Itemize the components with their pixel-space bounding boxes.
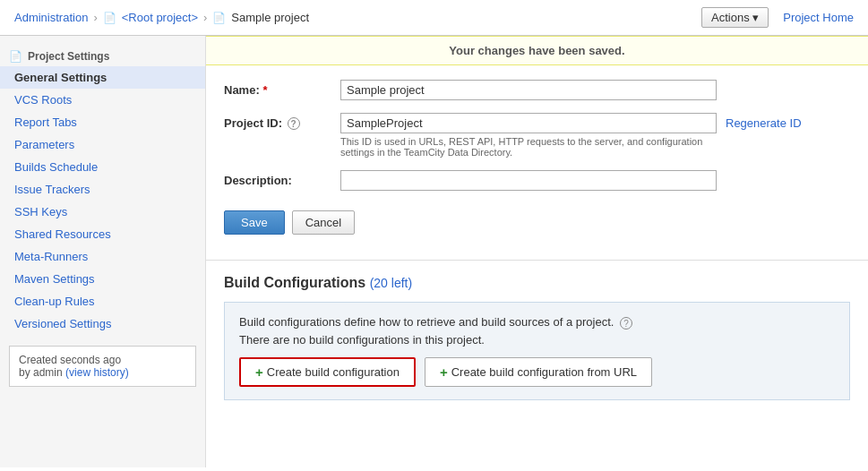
create-build-config-url-button[interactable]: + Create build configuration from URL (425, 357, 652, 387)
sidebar-by-admin: by admin (view history) (19, 366, 186, 379)
create-build-config-button[interactable]: + Create build configuration (239, 357, 416, 387)
build-configs-box: Build configurations define how to retri… (224, 302, 850, 400)
name-required: * (262, 83, 267, 97)
name-label: Name: * (224, 80, 340, 97)
build-configs-empty: There are no build configurations in thi… (239, 333, 835, 347)
form-area: Name: * Project ID: ? This ID is used in… (206, 65, 868, 256)
breadcrumb: Administration › 📄 <Root project> › 📄 Sa… (14, 11, 309, 24)
description-input[interactable] (340, 170, 717, 191)
sidebar-section-title: 📄 Project Settings (0, 45, 205, 66)
breadcrumb-admin[interactable]: Administration (14, 11, 88, 24)
build-configs-title: Build Configurations (20 left) (224, 275, 850, 291)
project-id-help-icon[interactable]: ? (288, 117, 300, 130)
cancel-button[interactable]: Cancel (292, 210, 355, 235)
description-row: Description: (224, 170, 850, 191)
build-config-buttons: + Create build configuration + Create bu… (239, 357, 835, 387)
sidebar: 📄 Project Settings General SettingsVCS R… (0, 36, 206, 467)
main-layout: 📄 Project Settings General SettingsVCS R… (0, 36, 868, 467)
regenerate-id-link[interactable]: Regenerate ID (726, 113, 802, 130)
breadcrumb-root-project[interactable]: <Root project> (122, 11, 198, 24)
breadcrumb-sep-2: › (203, 11, 207, 24)
section-divider (206, 260, 868, 261)
sidebar-created-text: Created seconds ago (19, 354, 186, 366)
name-control (340, 80, 717, 100)
sidebar-item-builds-schedule[interactable]: Builds Schedule (0, 156, 205, 178)
current-project-icon: 📄 (212, 12, 226, 24)
create-config-url-plus-icon: + (440, 364, 448, 380)
sidebar-items: General SettingsVCS RootsReport TabsPara… (0, 66, 205, 335)
name-input[interactable] (340, 80, 717, 100)
description-control (340, 170, 717, 191)
sidebar-item-issue-trackers[interactable]: Issue Trackers (0, 178, 205, 201)
save-button[interactable]: Save (224, 210, 285, 235)
project-id-label: Project ID: ? (224, 113, 340, 130)
create-config-label: Create build configuration (267, 365, 400, 379)
build-configs-section: Build Configurations (20 left) Build con… (206, 275, 868, 418)
sidebar-item-parameters[interactable]: Parameters (0, 133, 205, 156)
success-banner: Your changes have been saved. (206, 36, 868, 65)
project-home-link[interactable]: Project Home (783, 11, 854, 24)
sidebar-item-clean-up-rules[interactable]: Clean-up Rules (0, 290, 205, 313)
breadcrumb-current: Sample project (231, 11, 309, 24)
sidebar-item-ssh-keys[interactable]: SSH Keys (0, 201, 205, 223)
breadcrumb-sep-1: › (93, 11, 97, 24)
sidebar-item-meta-runners[interactable]: Meta-Runners (0, 245, 205, 268)
project-id-control: This ID is used in URLs, REST API, HTTP … (340, 113, 717, 158)
create-config-url-label: Create build configuration from URL (451, 365, 637, 379)
form-buttons: Save Cancel (224, 203, 850, 242)
sidebar-item-versioned-settings[interactable]: Versioned Settings (0, 313, 205, 335)
sidebar-item-maven-settings[interactable]: Maven Settings (0, 268, 205, 290)
actions-button[interactable]: Actions ▾ (701, 7, 769, 28)
create-config-plus-icon: + (255, 364, 263, 380)
root-project-icon: 📄 (103, 12, 116, 24)
header: Administration › 📄 <Root project> › 📄 Sa… (0, 0, 868, 36)
sidebar-item-general-settings[interactable]: General Settings (0, 66, 205, 89)
sidebar-item-report-tabs[interactable]: Report Tabs (0, 111, 205, 133)
build-configs-description: Build configurations define how to retri… (239, 315, 835, 330)
header-right: Actions ▾ Project Home (701, 7, 854, 28)
main-content: Your changes have been saved. Name: * Pr… (206, 36, 868, 467)
sidebar-item-shared-resources[interactable]: Shared Resources (0, 223, 205, 245)
description-label: Description: (224, 170, 340, 187)
project-settings-icon: 📄 (9, 50, 22, 63)
view-history-link[interactable]: (view history) (65, 366, 129, 379)
name-row: Name: * (224, 80, 850, 100)
sidebar-info: Created seconds ago by admin (view histo… (9, 346, 196, 387)
build-configs-help-icon[interactable]: ? (620, 317, 632, 330)
project-id-input[interactable] (340, 113, 717, 133)
project-id-row: Project ID: ? This ID is used in URLs, R… (224, 113, 850, 158)
project-id-hint: This ID is used in URLs, REST API, HTTP … (340, 136, 717, 158)
sidebar-item-vcs-roots[interactable]: VCS Roots (0, 89, 205, 111)
